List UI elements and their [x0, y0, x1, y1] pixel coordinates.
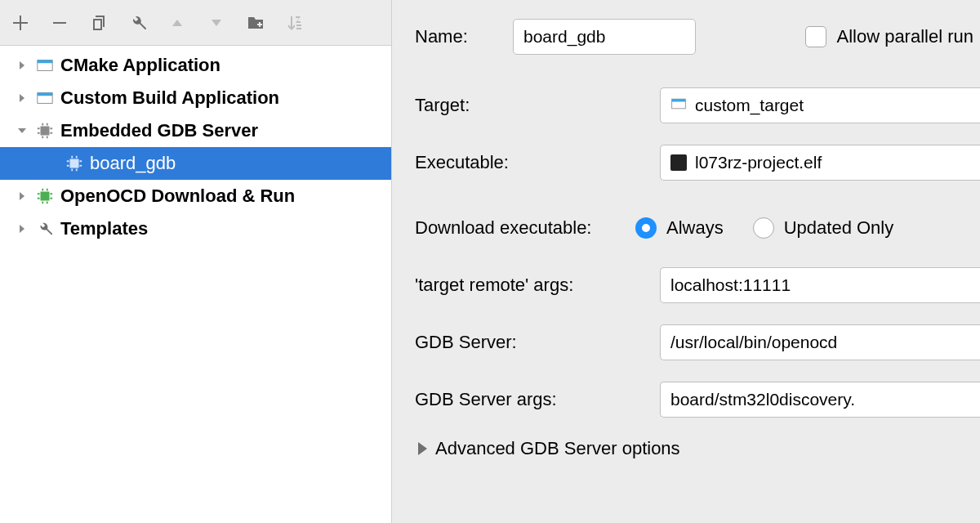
advanced-label: Advanced GDB Server options — [435, 438, 680, 459]
wrench-icon — [36, 220, 54, 238]
radio-icon — [753, 217, 774, 239]
add-icon[interactable] — [8, 11, 33, 35]
executable-label: Executable: — [415, 152, 660, 173]
tree-item-label: board_gdb — [90, 153, 176, 174]
gdb-server-label: GDB Server: — [415, 332, 660, 353]
tree-item-custom-build[interactable]: Custom Build Application — [0, 82, 391, 114]
chip-icon — [36, 187, 54, 205]
chevron-right-icon — [15, 91, 29, 105]
svg-rect-4 — [41, 127, 50, 136]
executable-value: l073rz-project.elf — [695, 153, 822, 172]
download-executable-radio-group: Always Updated Only — [635, 217, 893, 239]
name-label: Name: — [415, 26, 513, 47]
name-input[interactable] — [513, 19, 696, 55]
tree-item-label: CMake Application — [60, 55, 220, 76]
configurations-panel: CMake Application Custom Build Applicati… — [0, 0, 392, 523]
remove-icon[interactable] — [47, 11, 72, 35]
svg-rect-8 — [672, 99, 686, 101]
gdb-server-args-label: GDB Server args: — [415, 389, 660, 410]
target-remote-args-input[interactable] — [660, 267, 980, 303]
move-up-icon[interactable] — [165, 11, 189, 35]
download-executable-label: Download executable: — [415, 217, 635, 239]
checkbox-icon — [805, 26, 826, 47]
tree-toolbar — [0, 0, 391, 46]
svg-rect-5 — [70, 159, 79, 168]
tree-item-openocd[interactable]: OpenOCD Download & Run — [0, 180, 391, 212]
chevron-right-icon — [15, 221, 29, 236]
config-form: Name: Allow parallel run Target: custom_… — [392, 0, 980, 523]
chevron-right-icon — [15, 189, 29, 203]
svg-rect-6 — [41, 192, 50, 201]
application-icon — [36, 56, 54, 74]
target-select[interactable]: custom_target — [660, 87, 980, 123]
radio-label: Updated Only — [784, 217, 894, 239]
chevron-down-icon — [15, 123, 29, 138]
chevron-right-icon — [418, 442, 427, 455]
move-down-icon[interactable] — [204, 11, 229, 35]
tree-item-board-gdb[interactable]: board_gdb — [0, 147, 391, 180]
target-value: custom_target — [695, 96, 804, 115]
allow-parallel-label: Allow parallel run — [836, 26, 973, 47]
application-icon — [670, 96, 687, 116]
target-label: Target: — [415, 95, 660, 116]
tree-item-label: Custom Build Application — [60, 87, 279, 109]
allow-parallel-run-checkbox[interactable]: Allow parallel run — [805, 26, 980, 47]
target-remote-args-label: 'target remote' args: — [415, 275, 660, 296]
chip-icon — [65, 154, 83, 172]
sort-icon[interactable] — [283, 11, 307, 35]
radio-updated-only[interactable]: Updated Only — [753, 217, 894, 239]
svg-rect-1 — [38, 60, 52, 64]
gdb-server-input[interactable] — [660, 324, 980, 360]
tree-item-label: OpenOCD Download & Run — [60, 186, 295, 207]
chevron-right-icon — [15, 58, 29, 73]
tree-item-label: Templates — [60, 218, 148, 239]
radio-icon — [635, 217, 657, 239]
tree-item-embedded-gdb[interactable]: Embedded GDB Server — [0, 114, 391, 147]
copy-icon[interactable] — [87, 11, 111, 35]
tree-item-label: Embedded GDB Server — [60, 120, 258, 141]
gdb-server-args-input[interactable] — [660, 382, 980, 418]
radio-label: Always — [666, 217, 724, 239]
tree-item-templates[interactable]: Templates — [0, 212, 391, 245]
folder-icon[interactable] — [243, 11, 268, 35]
chip-icon — [36, 122, 54, 140]
tree-item-cmake-app[interactable]: CMake Application — [0, 49, 391, 82]
executable-select[interactable]: l073rz-project.elf — [660, 145, 980, 181]
config-tree: CMake Application Custom Build Applicati… — [0, 46, 391, 523]
executable-icon — [670, 154, 687, 171]
wrench-icon[interactable] — [126, 11, 150, 35]
radio-always[interactable]: Always — [635, 217, 724, 239]
advanced-gdb-options-toggle[interactable]: Advanced GDB Server options — [415, 438, 980, 459]
svg-rect-3 — [38, 93, 52, 96]
application-icon — [36, 89, 54, 107]
